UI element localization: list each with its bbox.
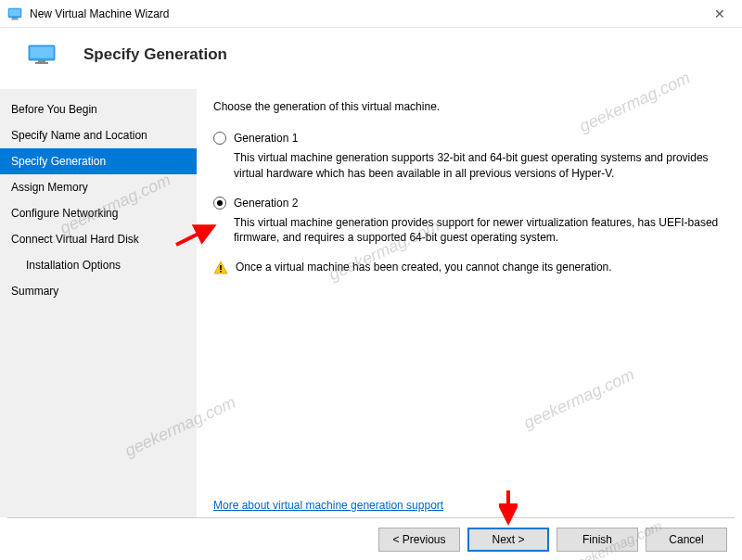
warning-icon xyxy=(213,261,228,275)
radio-label-gen1: Generation 1 xyxy=(234,132,298,145)
sidebar-item-configure-networking[interactable]: Configure Networking xyxy=(0,200,197,226)
svg-rect-6 xyxy=(38,60,45,62)
sidebar-item-specify-name-location[interactable]: Specify Name and Location xyxy=(0,122,197,148)
more-info-link[interactable]: More about virtual machine generation su… xyxy=(213,499,443,512)
svg-rect-3 xyxy=(11,19,19,19)
prompt-text: Choose the generation of this virtual ma… xyxy=(213,100,723,113)
sidebar: Before You Begin Specify Name and Locati… xyxy=(0,89,197,517)
wizard-footer: < Previous Next > Finish Cancel xyxy=(0,518,742,560)
radio-icon xyxy=(213,197,226,210)
wizard-body: Before You Begin Specify Name and Locati… xyxy=(0,89,742,517)
content-area: Choose the generation of this virtual ma… xyxy=(197,89,742,517)
svg-rect-1 xyxy=(9,9,20,16)
gen1-description: This virtual machine generation supports… xyxy=(234,150,723,182)
gen2-description: This virtual machine generation provides… xyxy=(234,215,723,247)
sidebar-item-installation-options[interactable]: Installation Options xyxy=(0,252,197,278)
svg-rect-9 xyxy=(220,271,222,273)
wizard-header: Specify Generation xyxy=(0,28,742,89)
next-button[interactable]: Next > xyxy=(467,528,549,552)
previous-button[interactable]: < Previous xyxy=(378,528,460,552)
radio-icon xyxy=(213,132,226,145)
svg-rect-2 xyxy=(12,18,18,19)
sidebar-item-assign-memory[interactable]: Assign Memory xyxy=(0,174,197,200)
finish-button[interactable]: Finish xyxy=(556,528,638,552)
cancel-button[interactable]: Cancel xyxy=(646,528,727,552)
sidebar-item-before-you-begin[interactable]: Before You Begin xyxy=(0,96,197,122)
titlebar: New Virtual Machine Wizard ✕ xyxy=(0,0,742,28)
monitor-icon xyxy=(7,6,22,21)
sidebar-item-specify-generation[interactable]: Specify Generation xyxy=(0,148,197,174)
monitor-icon xyxy=(28,45,56,65)
window-title: New Virtual Machine Wizard xyxy=(30,7,705,20)
radio-generation-1[interactable]: Generation 1 xyxy=(213,132,723,145)
sidebar-item-summary[interactable]: Summary xyxy=(0,278,197,304)
radio-generation-2[interactable]: Generation 2 xyxy=(213,197,723,210)
svg-rect-7 xyxy=(35,62,48,64)
svg-rect-8 xyxy=(220,265,222,270)
warning-row: Once a virtual machine has been created,… xyxy=(213,261,723,275)
sidebar-item-connect-virtual-hard-disk[interactable]: Connect Virtual Hard Disk xyxy=(0,226,197,252)
page-title: Specify Generation xyxy=(83,45,227,64)
radio-label-gen2: Generation 2 xyxy=(234,197,298,210)
svg-rect-5 xyxy=(31,47,54,58)
close-button[interactable]: ✕ xyxy=(705,3,735,25)
warning-text: Once a virtual machine has been created,… xyxy=(236,261,612,274)
